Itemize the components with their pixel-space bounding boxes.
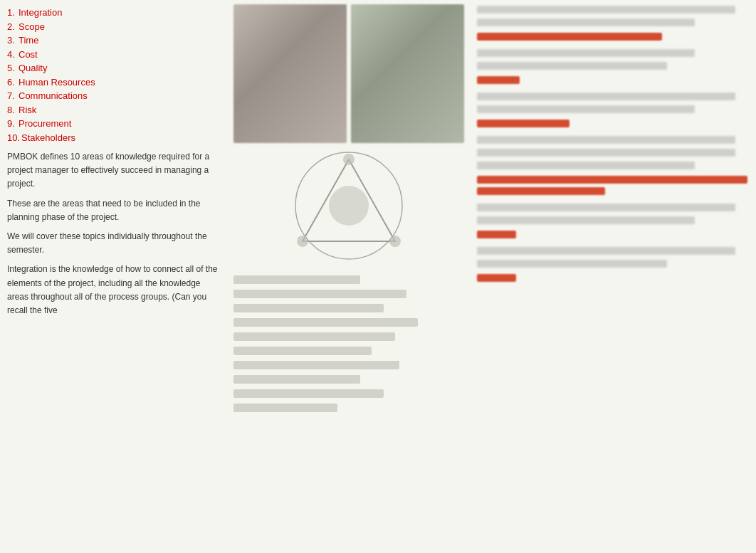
right-block-4	[477, 136, 749, 195]
list-item-10: 10. Stakeholders	[7, 131, 221, 145]
description-2: These are the areas that need to be incl…	[7, 197, 221, 224]
list-num-3: 3.	[7, 33, 17, 48]
description-3: We will cover these topics individually …	[7, 230, 221, 257]
blurred-item-5	[233, 332, 395, 341]
description-1: PMBOK defines 10 areas of knowledge requ…	[7, 150, 221, 191]
right-block-4-text-3	[477, 162, 695, 169]
description-4: Integration is the knowledge of how to c…	[7, 263, 221, 317]
right-block-6-link[interactable]	[477, 274, 516, 282]
list-num-2: 2.	[7, 20, 17, 34]
list-label-8: Risk	[19, 103, 36, 117]
blurred-item-1	[233, 275, 360, 284]
list-num-6: 6.	[7, 75, 17, 90]
right-block-2-text-1	[477, 49, 695, 57]
list-item-4: 4. Cost	[7, 48, 221, 62]
right-block-6-text-1	[477, 247, 735, 255]
right-block-2-text-2	[477, 62, 667, 70]
svg-point-4	[389, 236, 401, 247]
triangle-diagram	[292, 149, 406, 263]
right-block-6-text-2	[477, 260, 667, 268]
svg-point-2	[329, 186, 369, 226]
list-num-1: 1.	[7, 6, 17, 20]
right-block-5-text-1	[477, 204, 735, 211]
list-item-1: 1. Integration	[7, 6, 221, 20]
list-label-1: Integration	[19, 6, 62, 20]
right-block-1-text-2	[477, 19, 695, 26]
svg-point-5	[297, 236, 308, 247]
image-right	[351, 4, 464, 143]
blurred-item-3	[233, 304, 384, 312]
image-left	[233, 4, 347, 143]
blurred-item-7	[233, 361, 399, 369]
right-block-4-link[interactable]	[477, 176, 747, 184]
list-label-3: Time	[19, 33, 38, 48]
list-item-5: 5. Quality	[7, 61, 221, 75]
right-block-1-text-1	[477, 6, 735, 14]
right-block-6	[477, 247, 749, 282]
blurred-item-2	[233, 290, 406, 298]
right-block-4-text-2	[477, 149, 735, 157]
list-item-3: 3. Time	[7, 33, 221, 48]
list-item-8: 8. Risk	[7, 103, 221, 117]
list-num-8: 8.	[7, 103, 17, 117]
list-label-6: Human Resources	[19, 75, 95, 90]
top-images	[233, 4, 464, 143]
center-panel	[228, 0, 470, 553]
list-label-7: Communications	[19, 89, 88, 103]
right-block-4-link-2[interactable]	[477, 187, 605, 195]
right-panel	[470, 0, 756, 553]
right-block-3-text-2	[477, 105, 695, 113]
blurred-item-8	[233, 375, 360, 384]
right-block-5-link[interactable]	[477, 231, 516, 238]
left-panel: 1. Integration 2. Scope 3. Time 4. Cost …	[0, 0, 228, 553]
right-block-5	[477, 204, 749, 238]
list-label-9: Procurement	[19, 117, 71, 131]
right-block-2-link[interactable]	[477, 76, 520, 84]
list-label-10: Stakeholders	[21, 131, 75, 145]
list-num-9: 9.	[7, 117, 17, 131]
list-item-7: 7. Communications	[7, 89, 221, 103]
blurred-item-10	[233, 404, 337, 412]
right-block-2	[477, 49, 749, 84]
blurred-item-9	[233, 389, 384, 398]
right-block-5-text-2	[477, 216, 695, 224]
list-item-2: 2. Scope	[7, 20, 221, 34]
circle-image-container	[292, 149, 406, 263]
right-block-1	[477, 6, 749, 41]
right-block-3	[477, 93, 749, 127]
right-block-1-link[interactable]	[477, 33, 662, 41]
list-label-4: Cost	[19, 48, 38, 62]
list-num-4: 4.	[7, 48, 17, 62]
list-item-6: 6. Human Resources	[7, 75, 221, 90]
list-num-5: 5.	[7, 61, 17, 75]
list-num-10: 10.	[7, 131, 20, 145]
right-block-4-text-1	[477, 136, 735, 144]
blurred-list	[233, 275, 464, 418]
svg-point-3	[343, 154, 355, 165]
list-num-7: 7.	[7, 89, 17, 103]
right-block-3-link[interactable]	[477, 120, 569, 127]
list-label-2: Scope	[19, 20, 45, 34]
knowledge-areas-list: 1. Integration 2. Scope 3. Time 4. Cost …	[7, 6, 221, 144]
list-item-9: 9. Procurement	[7, 117, 221, 131]
blurred-item-6	[233, 347, 372, 355]
right-block-3-text-1	[477, 93, 735, 100]
list-label-5: Quality	[19, 61, 47, 75]
blurred-item-4	[233, 318, 418, 327]
